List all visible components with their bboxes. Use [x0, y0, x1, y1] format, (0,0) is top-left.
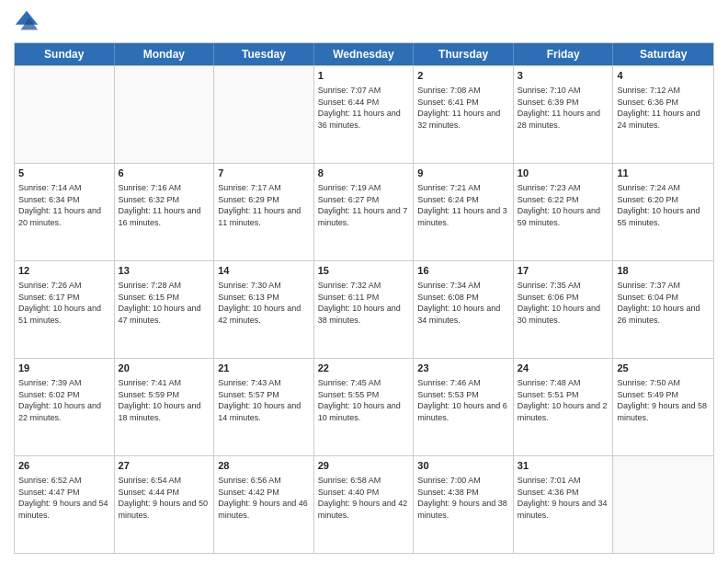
calendar-cell: 29Sunrise: 6:58 AMSunset: 4:40 PMDayligh… — [314, 456, 415, 553]
calendar-header-cell: Friday — [514, 43, 614, 65]
day-number: 15 — [318, 264, 410, 278]
day-number: 31 — [518, 459, 609, 473]
calendar-cell: 16Sunrise: 7:34 AMSunset: 6:08 PMDayligh… — [414, 261, 514, 358]
calendar-row: 19Sunrise: 7:39 AMSunset: 6:02 PMDayligh… — [15, 358, 713, 455]
cell-text: Sunrise: 7:34 AMSunset: 6:08 PMDaylight:… — [417, 281, 500, 325]
day-number: 20 — [119, 362, 210, 375]
cell-text: Sunrise: 7:21 AMSunset: 6:24 PMDaylight:… — [417, 183, 507, 227]
day-number: 13 — [119, 264, 210, 278]
cell-text: Sunrise: 7:50 AMSunset: 5:49 PMDaylight:… — [617, 378, 707, 422]
calendar-header-cell: Thursday — [414, 43, 514, 65]
day-number: 23 — [417, 362, 509, 375]
calendar: SundayMondayTuesdayWednesdayThursdayFrid… — [14, 42, 714, 554]
day-number: 14 — [218, 264, 310, 278]
calendar-row: 26Sunrise: 6:52 AMSunset: 4:47 PMDayligh… — [15, 455, 713, 553]
cell-text: Sunrise: 6:54 AMSunset: 4:44 PMDaylight:… — [119, 476, 209, 520]
cell-text: Sunrise: 7:45 AMSunset: 5:55 PMDaylight:… — [318, 378, 401, 422]
day-number: 6 — [119, 167, 210, 180]
cell-text: Sunrise: 7:37 AMSunset: 6:04 PMDaylight:… — [617, 281, 700, 325]
calendar-cell: 9Sunrise: 7:21 AMSunset: 6:24 PMDaylight… — [414, 164, 514, 260]
day-number: 10 — [518, 167, 609, 180]
calendar-header-cell: Monday — [115, 43, 215, 65]
calendar-cell: 15Sunrise: 7:32 AMSunset: 6:11 PMDayligh… — [314, 261, 415, 358]
page: SundayMondayTuesdayWednesdayThursdayFrid… — [0, 0, 728, 563]
calendar-cell: 30Sunrise: 7:00 AMSunset: 4:38 PMDayligh… — [414, 456, 514, 553]
calendar-cell: 27Sunrise: 6:54 AMSunset: 4:44 PMDayligh… — [115, 456, 215, 553]
cell-text: Sunrise: 7:23 AMSunset: 6:22 PMDaylight:… — [518, 183, 600, 227]
cell-text: Sunrise: 7:07 AMSunset: 6:44 PMDaylight:… — [318, 86, 401, 130]
calendar-cell: 13Sunrise: 7:28 AMSunset: 6:15 PMDayligh… — [115, 261, 215, 358]
day-number: 4 — [617, 69, 710, 83]
calendar-cell — [15, 66, 115, 163]
calendar-cell: 25Sunrise: 7:50 AMSunset: 5:49 PMDayligh… — [613, 359, 713, 455]
logo — [14, 9, 43, 35]
day-number: 26 — [18, 459, 110, 473]
calendar-cell: 4Sunrise: 7:12 AMSunset: 6:36 PMDaylight… — [613, 66, 713, 163]
calendar-cell — [214, 66, 314, 163]
cell-text: Sunrise: 7:39 AMSunset: 6:02 PMDaylight:… — [18, 378, 101, 422]
day-number: 29 — [318, 459, 410, 473]
day-number: 2 — [417, 69, 509, 83]
logo-icon — [14, 9, 40, 35]
cell-text: Sunrise: 6:58 AMSunset: 4:40 PMDaylight:… — [318, 476, 408, 520]
cell-text: Sunrise: 7:14 AMSunset: 6:34 PMDaylight:… — [18, 183, 101, 227]
cell-text: Sunrise: 7:19 AMSunset: 6:27 PMDaylight:… — [318, 183, 408, 227]
day-number: 17 — [518, 264, 609, 278]
day-number: 27 — [119, 459, 210, 473]
calendar-cell: 23Sunrise: 7:46 AMSunset: 5:53 PMDayligh… — [414, 359, 514, 455]
calendar-row: 5Sunrise: 7:14 AMSunset: 6:34 PMDaylight… — [15, 163, 713, 260]
calendar-cell: 7Sunrise: 7:17 AMSunset: 6:29 PMDaylight… — [214, 164, 314, 260]
calendar-cell: 3Sunrise: 7:10 AMSunset: 6:39 PMDaylight… — [514, 66, 614, 163]
calendar-header-cell: Tuesday — [214, 43, 314, 65]
cell-text: Sunrise: 7:00 AMSunset: 4:38 PMDaylight:… — [417, 476, 507, 520]
day-number: 25 — [617, 362, 710, 375]
calendar-cell: 31Sunrise: 7:01 AMSunset: 4:36 PMDayligh… — [514, 456, 614, 553]
header — [14, 9, 714, 35]
calendar-cell: 24Sunrise: 7:48 AMSunset: 5:51 PMDayligh… — [514, 359, 614, 455]
day-number: 21 — [218, 362, 310, 375]
day-number: 24 — [518, 362, 609, 375]
calendar-cell — [115, 66, 215, 163]
cell-text: Sunrise: 7:32 AMSunset: 6:11 PMDaylight:… — [318, 281, 401, 325]
cell-text: Sunrise: 7:41 AMSunset: 5:59 PMDaylight:… — [119, 378, 201, 422]
calendar-cell: 28Sunrise: 6:56 AMSunset: 4:42 PMDayligh… — [214, 456, 314, 553]
cell-text: Sunrise: 6:52 AMSunset: 4:47 PMDaylight:… — [18, 476, 108, 520]
calendar-header-cell: Sunday — [15, 43, 115, 65]
day-number: 8 — [318, 167, 410, 180]
cell-text: Sunrise: 7:01 AMSunset: 4:36 PMDaylight:… — [518, 476, 608, 520]
cell-text: Sunrise: 7:30 AMSunset: 6:13 PMDaylight:… — [218, 281, 301, 325]
calendar-cell: 12Sunrise: 7:26 AMSunset: 6:17 PMDayligh… — [15, 261, 115, 358]
day-number: 1 — [318, 69, 410, 83]
calendar-cell: 17Sunrise: 7:35 AMSunset: 6:06 PMDayligh… — [514, 261, 614, 358]
calendar-cell: 14Sunrise: 7:30 AMSunset: 6:13 PMDayligh… — [214, 261, 314, 358]
calendar-cell: 19Sunrise: 7:39 AMSunset: 6:02 PMDayligh… — [15, 359, 115, 455]
cell-text: Sunrise: 7:17 AMSunset: 6:29 PMDaylight:… — [218, 183, 301, 227]
cell-text: Sunrise: 7:24 AMSunset: 6:20 PMDaylight:… — [617, 183, 700, 227]
day-number: 7 — [218, 167, 310, 180]
cell-text: Sunrise: 7:12 AMSunset: 6:36 PMDaylight:… — [617, 86, 700, 130]
calendar-cell: 20Sunrise: 7:41 AMSunset: 5:59 PMDayligh… — [115, 359, 215, 455]
day-number: 12 — [18, 264, 110, 278]
day-number: 19 — [18, 362, 110, 375]
day-number: 5 — [18, 167, 110, 180]
calendar-header-cell: Saturday — [613, 43, 713, 65]
day-number: 18 — [617, 264, 710, 278]
day-number: 16 — [417, 264, 509, 278]
calendar-cell: 6Sunrise: 7:16 AMSunset: 6:32 PMDaylight… — [115, 164, 215, 260]
calendar-row: 12Sunrise: 7:26 AMSunset: 6:17 PMDayligh… — [15, 260, 713, 358]
calendar-body: 1Sunrise: 7:07 AMSunset: 6:44 PMDaylight… — [15, 65, 713, 553]
calendar-cell: 18Sunrise: 7:37 AMSunset: 6:04 PMDayligh… — [613, 261, 713, 358]
calendar-cell: 5Sunrise: 7:14 AMSunset: 6:34 PMDaylight… — [15, 164, 115, 260]
cell-text: Sunrise: 7:46 AMSunset: 5:53 PMDaylight:… — [417, 378, 507, 422]
day-number: 3 — [518, 69, 609, 83]
cell-text: Sunrise: 7:16 AMSunset: 6:32 PMDaylight:… — [119, 183, 201, 227]
day-number: 22 — [318, 362, 410, 375]
day-number: 30 — [417, 459, 509, 473]
calendar-header-cell: Wednesday — [314, 43, 415, 65]
cell-text: Sunrise: 7:48 AMSunset: 5:51 PMDaylight:… — [518, 378, 608, 422]
calendar-cell: 8Sunrise: 7:19 AMSunset: 6:27 PMDaylight… — [314, 164, 415, 260]
cell-text: Sunrise: 6:56 AMSunset: 4:42 PMDaylight:… — [218, 476, 308, 520]
calendar-cell: 26Sunrise: 6:52 AMSunset: 4:47 PMDayligh… — [15, 456, 115, 553]
calendar-cell — [613, 456, 713, 553]
calendar-cell: 22Sunrise: 7:45 AMSunset: 5:55 PMDayligh… — [314, 359, 415, 455]
